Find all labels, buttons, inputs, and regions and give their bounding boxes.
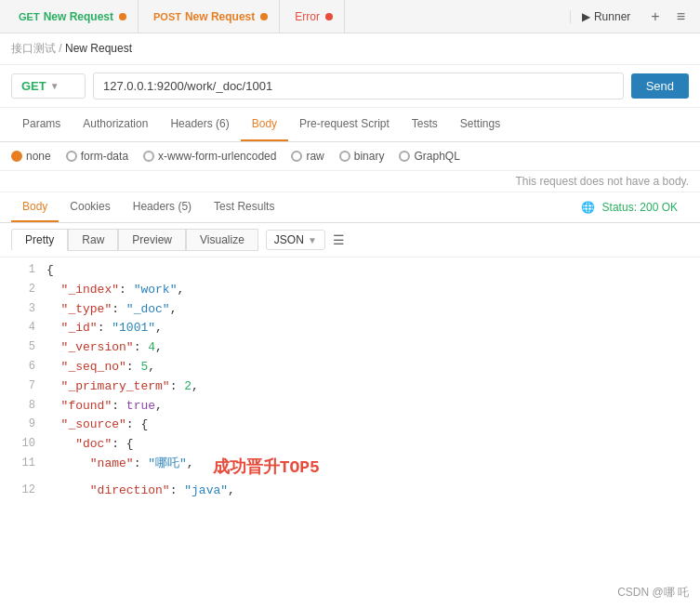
tab-error-label: Error — [295, 10, 320, 23]
json-line-4: 4 "_id": "1001", — [0, 319, 700, 338]
tab-get-new-request[interactable]: GET New Request — [7, 0, 139, 33]
tab-tests[interactable]: Tests — [401, 108, 449, 141]
filter-icon[interactable]: ☰ — [333, 232, 345, 247]
response-status: 🌐 Status: 200 OK — [570, 201, 689, 214]
breadcrumb-separator: / — [59, 42, 65, 55]
json-line-9: 9 "_source": { — [0, 416, 700, 435]
body-type-urlencoded-label: x-www-form-urlencoded — [158, 150, 276, 163]
json-line-1: 1 { — [0, 261, 700, 281]
view-tabs: Pretty Raw Preview Visualize JSON ▼ ☰ — [0, 223, 700, 258]
body-type-urlencoded[interactable]: x-www-form-urlencoded — [143, 150, 276, 163]
radio-urlencoded-dot — [143, 151, 154, 162]
tab-post-label: New Request — [185, 10, 255, 23]
format-label: JSON — [274, 233, 304, 246]
method-select[interactable]: GET ▼ — [11, 73, 86, 99]
response-tab-test-results[interactable]: Test Results — [203, 192, 285, 222]
tab-post-new-request[interactable]: POST New Request — [142, 0, 280, 33]
tab-params[interactable]: Params — [11, 108, 72, 141]
tab-post-method: POST — [153, 11, 181, 22]
no-body-message: This request does not have a body. — [0, 171, 700, 192]
format-chevron-icon: ▼ — [308, 235, 317, 245]
response-tabs: Body Cookies Headers (5) Test Results 🌐 … — [0, 192, 700, 223]
body-type-none[interactable]: none — [11, 150, 51, 163]
chevron-down-icon: ▼ — [50, 81, 59, 91]
tab-post-dot — [260, 13, 268, 20]
tab-error-dot — [325, 13, 333, 20]
body-type-form-data[interactable]: form-data — [66, 150, 128, 163]
runner-label: Runner — [594, 10, 630, 23]
runner-button[interactable]: ▶ Runner — [570, 10, 641, 23]
tab-bar: GET New Request POST New Request Error ▶… — [0, 0, 700, 33]
response-tab-headers[interactable]: Headers (5) — [122, 192, 203, 222]
radio-none-dot — [11, 151, 22, 162]
tab-authorization[interactable]: Authorization — [72, 108, 159, 141]
no-body-text: This request does not have a body. — [515, 175, 689, 188]
tab-get-method: GET — [19, 11, 40, 22]
response-tab-body[interactable]: Body — [11, 192, 59, 222]
format-select[interactable]: JSON ▼ — [266, 230, 325, 250]
watermark: CSDN @哪 吒 — [617, 585, 689, 601]
tab-pre-request-script[interactable]: Pre-request Script — [288, 108, 401, 141]
tab-body[interactable]: Body — [241, 108, 288, 141]
send-button[interactable]: Send — [631, 73, 689, 99]
body-type-raw[interactable]: raw — [291, 150, 324, 163]
watermark-text: CSDN @哪 吒 — [617, 586, 689, 599]
status-text: Status: 200 OK — [602, 201, 678, 214]
radio-binary-dot — [339, 151, 350, 162]
json-line-3: 3 "_type": "_doc", — [0, 300, 700, 320]
play-icon: ▶ — [582, 10, 590, 23]
request-nav-tabs: Params Authorization Headers (6) Body Pr… — [0, 108, 700, 142]
json-line-8: 8 "found": true, — [0, 397, 700, 416]
breadcrumb: 接口测试 / New Request — [0, 33, 700, 65]
breadcrumb-parent[interactable]: 接口测试 — [11, 42, 56, 55]
new-tab-button[interactable]: + — [641, 8, 668, 25]
view-tab-raw[interactable]: Raw — [68, 229, 118, 251]
url-bar: GET ▼ Send — [0, 65, 700, 108]
body-type-tabs: none form-data x-www-form-urlencoded raw… — [0, 142, 700, 171]
globe-icon: 🌐 — [581, 201, 595, 214]
view-tab-preview[interactable]: Preview — [118, 229, 186, 251]
radio-graphql-dot — [399, 151, 410, 162]
body-type-binary-label: binary — [354, 150, 385, 163]
url-input[interactable] — [93, 73, 624, 99]
body-type-graphql[interactable]: GraphQL — [399, 150, 459, 163]
success-annotation: 成功晋升TOP5 — [213, 455, 320, 482]
json-line-11: 11 "name": "哪吒", 成功晋升TOP5 — [0, 455, 700, 482]
method-label: GET — [21, 79, 46, 93]
body-type-form-data-label: form-data — [81, 150, 128, 163]
tab-get-dot — [119, 13, 126, 20]
tab-headers[interactable]: Headers (6) — [159, 108, 240, 141]
json-line-5: 5 "_version": 4, — [0, 338, 700, 358]
body-type-raw-label: raw — [306, 150, 324, 163]
response-tab-cookies[interactable]: Cookies — [59, 192, 121, 222]
json-line-7: 7 "_primary_term": 2, — [0, 377, 700, 397]
json-viewer[interactable]: 1 { 2 "_index": "work", 3 "_type": "_doc… — [0, 258, 700, 499]
body-type-graphql-label: GraphQL — [414, 150, 459, 163]
json-line-10: 10 "doc": { — [0, 435, 700, 455]
tab-error[interactable]: Error — [284, 0, 345, 33]
radio-form-data-dot — [66, 151, 77, 162]
radio-raw-dot — [291, 151, 302, 162]
tab-settings[interactable]: Settings — [449, 108, 511, 141]
view-tab-pretty[interactable]: Pretty — [11, 229, 68, 251]
body-type-none-label: none — [26, 150, 51, 163]
tab-get-label: New Request — [44, 10, 113, 23]
json-line-6: 6 "_seq_no": 5, — [0, 358, 700, 377]
view-tab-visualize[interactable]: Visualize — [186, 229, 258, 251]
breadcrumb-current: New Request — [65, 42, 132, 55]
json-line-2: 2 "_index": "work", — [0, 281, 700, 300]
more-options-icon[interactable]: ≡ — [669, 8, 693, 25]
json-line-12: 12 "direction": "java", — [0, 482, 700, 499]
body-type-binary[interactable]: binary — [339, 150, 385, 163]
